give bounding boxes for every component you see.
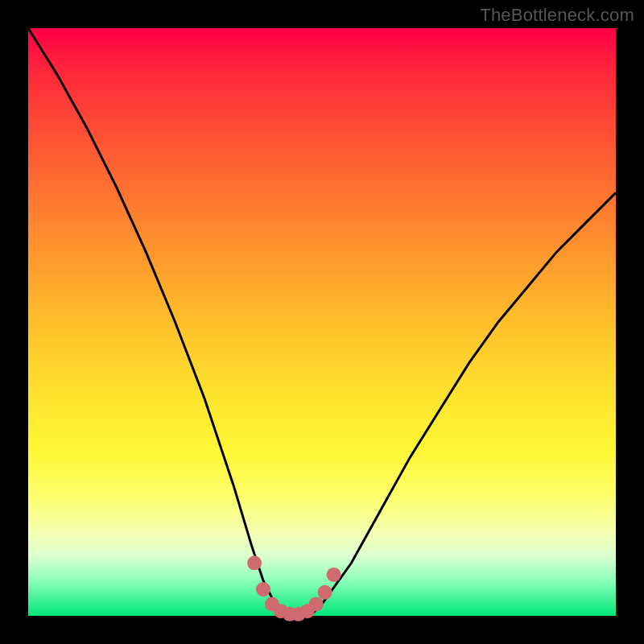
chart-frame: TheBottleneck.com xyxy=(0,0,644,644)
watermark-text: TheBottleneck.com xyxy=(480,5,634,26)
optimal-marker xyxy=(327,568,341,582)
optimal-marker xyxy=(247,555,262,570)
optimal-marker xyxy=(318,585,332,600)
chart-svg xyxy=(28,28,616,616)
optimal-range-markers xyxy=(247,555,341,621)
optimal-marker xyxy=(309,597,324,611)
optimal-marker xyxy=(256,582,270,597)
plot-area xyxy=(28,28,616,616)
bottleneck-curve-path xyxy=(28,28,616,616)
